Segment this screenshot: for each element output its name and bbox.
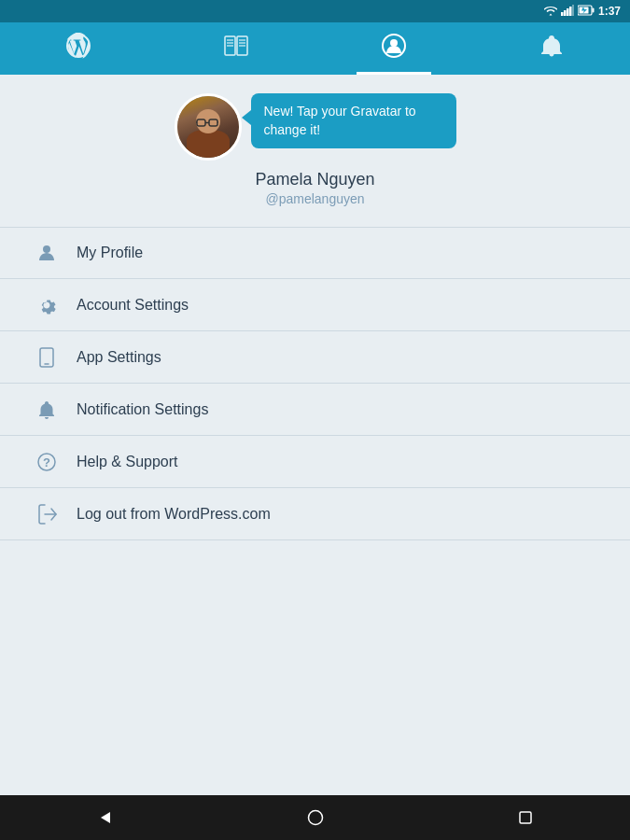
profile-row: New! Tap your Gravatar to change it! — [175, 93, 456, 161]
back-button[interactable] — [83, 795, 128, 840]
nav-item-me[interactable] — [357, 22, 431, 75]
app-settings-label: App Settings — [77, 349, 161, 366]
menu-item-logout[interactable]: Log out from WordPress.com — [0, 488, 630, 540]
gravatar-photo — [177, 96, 239, 158]
notification-settings-label: Notification Settings — [77, 401, 208, 418]
help-support-label: Help & Support — [77, 454, 178, 470]
signal-icon — [561, 5, 574, 18]
phone-icon — [28, 347, 65, 368]
svg-rect-6 — [592, 8, 594, 13]
wifi-icon — [544, 5, 557, 18]
svg-rect-1 — [564, 10, 567, 16]
recent-button[interactable] — [503, 795, 548, 840]
status-time: 1:37 — [598, 5, 621, 18]
svg-rect-20 — [209, 119, 217, 126]
avatar-container[interactable] — [175, 93, 242, 161]
bottom-nav — [0, 795, 630, 840]
notification-bell-icon — [28, 399, 65, 420]
svg-rect-3 — [569, 7, 572, 16]
menu-item-help-support[interactable]: ? Help & Support — [0, 436, 630, 488]
person-icon — [28, 243, 65, 263]
main-content: New! Tap your Gravatar to change it! Pam… — [0, 75, 630, 795]
menu-list: My Profile Account Settings App Settings — [0, 227, 630, 540]
wordpress-icon — [65, 33, 91, 64]
profile-section: New! Tap your Gravatar to change it! Pam… — [0, 75, 630, 216]
profile-handle: @pamelanguyen — [265, 191, 364, 206]
my-profile-label: My Profile — [77, 245, 143, 261]
svg-point-18 — [390, 39, 398, 47]
avatar-body — [187, 130, 230, 158]
logout-icon — [28, 504, 65, 525]
reader-icon — [224, 35, 248, 62]
svg-rect-2 — [567, 8, 569, 16]
nav-item-notifications[interactable] — [514, 22, 589, 75]
gear-icon — [28, 295, 65, 315]
battery-icon — [578, 5, 595, 18]
svg-rect-0 — [561, 12, 564, 16]
menu-item-account-settings[interactable]: Account Settings — [0, 279, 630, 331]
status-icons: 1:37 — [544, 5, 621, 18]
svg-text:?: ? — [43, 455, 50, 469]
svg-marker-30 — [101, 812, 110, 823]
logout-label: Log out from WordPress.com — [77, 506, 271, 523]
status-bar: 1:37 — [0, 0, 630, 22]
svg-rect-19 — [197, 119, 205, 126]
question-icon: ? — [28, 452, 65, 472]
menu-item-notification-settings[interactable]: Notification Settings — [0, 384, 630, 436]
svg-point-24 — [43, 245, 50, 253]
menu-item-my-profile[interactable]: My Profile — [0, 227, 630, 279]
avatar-face — [196, 109, 220, 133]
svg-rect-32 — [520, 812, 531, 823]
person-circle-icon — [381, 33, 407, 64]
profile-name: Pamela Nguyen — [255, 170, 374, 189]
speech-bubble[interactable]: New! Tap your Gravatar to change it! — [251, 93, 456, 148]
nav-item-reader[interactable] — [199, 22, 273, 75]
avatar[interactable] — [175, 93, 242, 161]
bubble-text: New! Tap your Gravatar to change it! — [264, 104, 416, 137]
menu-item-app-settings[interactable]: App Settings — [0, 331, 630, 384]
account-settings-label: Account Settings — [77, 297, 189, 314]
home-button[interactable] — [293, 795, 338, 840]
svg-point-31 — [308, 811, 322, 825]
nav-item-wordpress[interactable] — [41, 22, 116, 75]
top-nav — [0, 22, 630, 75]
bell-icon — [540, 34, 563, 63]
svg-rect-4 — [572, 5, 574, 16]
